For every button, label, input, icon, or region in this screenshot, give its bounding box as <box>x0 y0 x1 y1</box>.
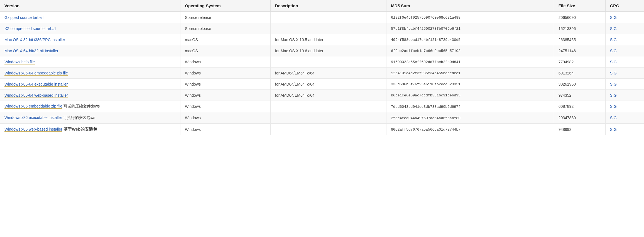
column-header-version: Version <box>0 0 180 12</box>
md5-cell: b6be1ce6e69ac7dcdfb3316c91bebd95 <box>386 90 554 101</box>
size-cell: 29347880 <box>554 112 605 124</box>
gpg-cell: SIG <box>605 12 644 23</box>
md5-value: 2f5c4eed044a49f507ac64ad6f6abf80 <box>391 116 461 120</box>
table-row: Windows x86 executable installer 可执行的安装包… <box>0 112 644 124</box>
column-header-gpg: GPG <box>605 0 644 12</box>
sig-link[interactable]: SIG <box>610 49 617 53</box>
md5-cell: 6f9ee2ad1fceb1a7c66c9ec565e57102 <box>386 45 554 56</box>
version-link[interactable]: XZ compressed source tarball <box>4 26 56 31</box>
size-cell: 20656090 <box>554 12 605 23</box>
os-cell: macOS <box>180 34 271 45</box>
sig-link[interactable]: SIG <box>610 104 617 109</box>
gpg-cell: SIG <box>605 68 644 79</box>
md5-value: 4994f588ebad17c4bf12148729b430d5 <box>391 38 461 42</box>
sig-link[interactable]: SIG <box>610 82 617 86</box>
size-cell: 30261960 <box>554 79 605 90</box>
column-header-desc: Description <box>270 0 386 12</box>
md5-value: 91600322a55cff692dd7fbcb2fb0d841 <box>391 60 461 64</box>
table-row: Windows x86-64 embeddable zip fileWindow… <box>0 68 644 79</box>
version-link[interactable]: Windows x86-64 web-based installer <box>4 93 68 98</box>
size-cell: 6087892 <box>554 101 605 112</box>
desc-cell <box>270 23 386 34</box>
table-row: Windows help fileWindows91600322a55cff69… <box>0 56 644 68</box>
md5-cell: 6192f0e45f02575590760e68c621a488 <box>386 12 554 23</box>
version-cell: Gzipped source tarball <box>0 12 180 23</box>
zh-tooltip: 基于Web的安装包 <box>62 127 97 131</box>
gpg-cell: SIG <box>605 90 644 101</box>
desc-cell: for AMD64/EM64T/x64 <box>270 90 386 101</box>
size-cell: 948992 <box>554 124 605 135</box>
version-cell: Windows x86 web-based installer 基于Web的安装… <box>0 124 180 135</box>
version-cell: Mac OS X 64-bit/32-bit installer <box>0 45 180 56</box>
os-cell: Windows <box>180 101 271 112</box>
version-cell: XZ compressed source tarball <box>0 23 180 34</box>
md5-value: 6192f0e45f02575590760e68c621a488 <box>391 16 461 20</box>
md5-cell: 80c2aff5d76767a5a566da01d72744b7 <box>386 124 554 135</box>
gpg-cell: SIG <box>605 101 644 112</box>
zh-tooltip: 可嵌的压缩文件dows <box>62 104 100 108</box>
sig-link[interactable]: SIG <box>610 26 617 31</box>
sig-link[interactable]: SIG <box>610 127 617 132</box>
md5-value: 57d1f8bfbabf4f2500273fb0706e6f21 <box>391 27 461 31</box>
version-link[interactable]: Windows x86-64 executable installer <box>4 82 68 87</box>
sig-link[interactable]: SIG <box>610 15 617 20</box>
md5-cell: 1264131c4c2f3f935f34c455bceedee1 <box>386 68 554 79</box>
table-row: Gzipped source tarballSource release6192… <box>0 12 644 23</box>
os-cell: Windows <box>180 79 271 90</box>
table-row: Windows x86 embeddable zip file 可嵌的压缩文件d… <box>0 101 644 112</box>
zh-tooltip: 可执行的安装包ws <box>62 115 95 120</box>
column-header-size: File Size <box>554 0 605 12</box>
version-cell: Windows x86-64 embeddable zip file <box>0 68 180 79</box>
os-cell: Windows <box>180 124 271 135</box>
version-cell: Windows x86-64 executable installer <box>0 79 180 90</box>
version-cell: Windows help file <box>0 56 180 68</box>
md5-value: 80c2aff5d76767a5a566da01d72744b7 <box>391 128 461 132</box>
md5-cell: 91600322a55cff692dd7fbcb2fb0d841 <box>386 56 554 68</box>
os-cell: Windows <box>180 90 271 101</box>
version-cell: Windows x86-64 web-based installer <box>0 90 180 101</box>
sig-link[interactable]: SIG <box>610 71 617 75</box>
table-row: Windows x86-64 executable installerWindo… <box>0 79 644 90</box>
version-link[interactable]: Windows x86-64 embeddable zip file <box>4 71 68 76</box>
version-link[interactable]: Gzipped source tarball <box>4 15 43 20</box>
version-cell: Windows x86 executable installer 可执行的安装包… <box>0 112 180 124</box>
desc-cell <box>270 112 386 124</box>
table-header-row: Version Operating System Description MD5… <box>0 0 644 12</box>
version-cell: Mac OS X 32-bit i386/PPC installer <box>0 34 180 45</box>
version-link[interactable]: Windows help file <box>4 60 35 64</box>
md5-value: 1264131c4c2f3f935f34c455bceedee1 <box>391 71 461 75</box>
desc-cell: for AMD64/EM64T/x64 <box>270 79 386 90</box>
desc-cell <box>270 56 386 68</box>
version-link[interactable]: Windows x86 embeddable zip file <box>4 104 62 109</box>
size-cell: 26385455 <box>554 34 605 45</box>
md5-cell: 7dbd6043bd041ed3db738ad90b6d697f <box>386 101 554 112</box>
gpg-cell: SIG <box>605 34 644 45</box>
desc-cell: for Mac OS X 10.5 and later <box>270 34 386 45</box>
table-body: Gzipped source tarballSource release6192… <box>0 12 644 135</box>
size-cell: 6913264 <box>554 68 605 79</box>
size-cell: 974352 <box>554 90 605 101</box>
sig-link[interactable]: SIG <box>610 60 617 64</box>
sig-link[interactable]: SIG <box>610 93 617 98</box>
version-link[interactable]: Mac OS X 64-bit/32-bit installer <box>4 49 58 53</box>
version-link[interactable]: Windows x86 web-based installer <box>4 127 62 132</box>
downloads-table: Version Operating System Description MD5… <box>0 0 644 135</box>
os-cell: macOS <box>180 45 271 56</box>
column-header-md5: MD5 Sum <box>386 0 554 12</box>
version-link[interactable]: Windows x86 executable installer <box>4 115 62 120</box>
os-cell: Source release <box>180 12 271 23</box>
os-cell: Source release <box>180 23 271 34</box>
desc-cell: for AMD64/EM64T/x64 <box>270 68 386 79</box>
sig-link[interactable]: SIG <box>610 38 617 42</box>
desc-cell <box>270 124 386 135</box>
gpg-cell: SIG <box>605 79 644 90</box>
size-cell: 15213396 <box>554 23 605 34</box>
os-cell: Windows <box>180 112 271 124</box>
version-link[interactable]: Mac OS X 32-bit i386/PPC installer <box>4 38 65 42</box>
md5-cell: 4994f588ebad17c4bf12148729b430d5 <box>386 34 554 45</box>
gpg-cell: SIG <box>605 124 644 135</box>
sig-link[interactable]: SIG <box>610 116 617 120</box>
version-cell: Windows x86 embeddable zip file 可嵌的压缩文件d… <box>0 101 180 112</box>
size-cell: 7794982 <box>554 56 605 68</box>
md5-cell: 2f5c4eed044a49f507ac64ad6f6abf80 <box>386 112 554 124</box>
